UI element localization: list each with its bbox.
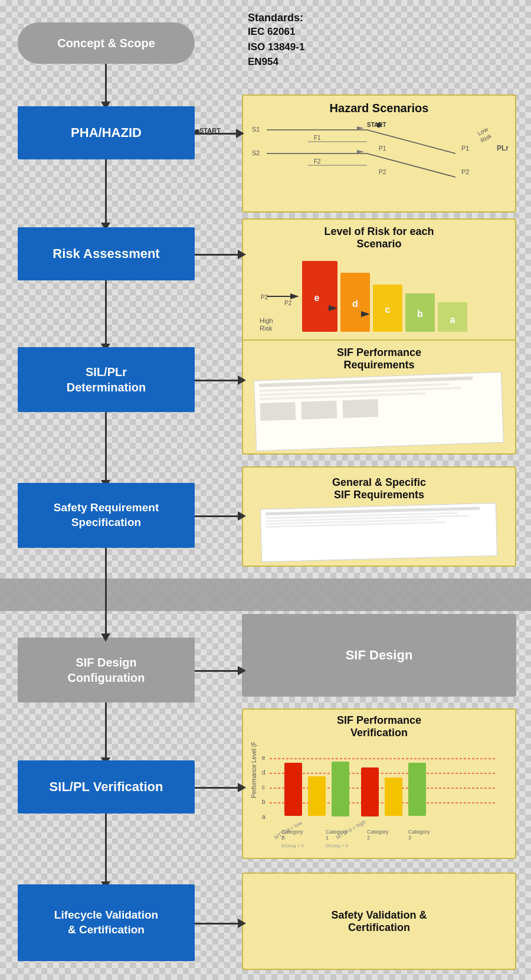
svg-text:P1: P1	[379, 145, 386, 152]
arrow-pha-hazard-head	[236, 129, 244, 138]
connector-concept-pha	[105, 64, 107, 103]
svg-text:S1: S1	[252, 126, 260, 133]
connector-pha-risk	[105, 159, 107, 224]
svg-text:e: e	[314, 293, 320, 303]
arrow-sifconfig-sifdesign-line	[195, 670, 241, 672]
svg-text:e: e	[262, 754, 266, 761]
svg-text:DCavg = 0: DCavg = 0	[281, 843, 304, 848]
sif-design-panel: SIF Design	[242, 614, 516, 697]
svg-text:Category: Category	[281, 829, 303, 835]
connector-risk-sil	[105, 280, 107, 345]
doc-sheet-1	[254, 372, 504, 452]
connector-sifdesign-silpl	[105, 703, 107, 759]
risk-assessment-box: Risk Assessment	[18, 227, 195, 280]
svg-text:P2: P2	[261, 294, 268, 300]
standards-iec: IEC 62061	[248, 24, 401, 40]
risk-level-panel: Level of Risk for eachScenario e d c b a…	[242, 218, 516, 345]
sil-plr-label: SIL/PLrDetermination	[67, 364, 146, 395]
svg-rect-50	[308, 776, 326, 816]
risk-matrix-diagram: e d c b a High Risk P2 P2	[255, 255, 503, 338]
svg-text:d: d	[352, 299, 358, 309]
sif-design-config-label: SIF DesignConfiguration	[67, 655, 145, 685]
svg-rect-53	[385, 778, 402, 816]
standards-title: Standards:	[248, 12, 401, 24]
sif-req-doc	[260, 503, 497, 562]
sif-perf-req-panel: SIF PerformanceRequirements	[242, 339, 516, 455]
svg-rect-52	[361, 767, 379, 816]
svg-text:d: d	[262, 769, 266, 776]
svg-text:S2: S2	[252, 149, 260, 156]
srs-box: Safety RequirementSpecification	[18, 483, 195, 548]
arrow-sil-sifperf-head	[238, 375, 246, 385]
arrow-srs-sifdesign	[101, 633, 110, 642]
arrow-silpl-sifperfverif-line	[195, 787, 241, 789]
standards-iso: ISO 13849-1	[248, 40, 401, 55]
lifecycle-box: Lifecycle Validation& Certification	[18, 884, 195, 961]
connector-sil-srs	[105, 412, 107, 482]
svg-text:High: High	[260, 317, 273, 324]
svg-text:Category: Category	[326, 829, 348, 835]
svg-text:F2: F2	[314, 158, 321, 165]
sif-perf-verif-panel: SIF PerformanceVerification Performance …	[242, 708, 516, 859]
svg-rect-21	[302, 261, 337, 332]
concept-scope-label: Concept & Scope	[57, 37, 155, 50]
standards-en: EN954	[248, 54, 401, 70]
svg-rect-51	[332, 762, 349, 816]
arrow-risk-level-line	[195, 254, 241, 256]
hazard-scenarios-title: Hazard Scenarios	[243, 102, 515, 115]
sif-perf-req-title: SIF PerformanceRequirements	[243, 347, 515, 371]
svg-text:P2: P2	[379, 169, 386, 175]
svg-text:b: b	[262, 799, 266, 805]
svg-text:2: 2	[367, 835, 370, 841]
svg-rect-49	[284, 763, 302, 816]
sif-perf-verif-title: SIF PerformanceVerification	[243, 714, 515, 739]
svg-marker-15	[357, 150, 364, 153]
svg-marker-14	[357, 126, 364, 130]
svg-text:P1: P1	[461, 145, 469, 152]
sil-pl-verif-label: SIL/PL Verification	[50, 779, 163, 796]
arrow-lifecycle-safetyvalid-line	[195, 923, 241, 925]
sif-design-config-box: SIF DesignConfiguration	[18, 638, 195, 703]
svg-marker-31	[290, 293, 299, 299]
arrow-sil-sifperf-line	[195, 380, 241, 381]
srs-label: Safety RequirementSpecification	[54, 501, 159, 530]
svg-text:b: b	[417, 309, 423, 319]
general-sif-req-panel: General & SpecificSIF Requirements	[242, 466, 516, 567]
perf-verif-chart: Performance Level (PL) e d c b a MTTFd =…	[249, 742, 509, 851]
lifecycle-label: Lifecycle Validation& Certification	[54, 908, 158, 937]
svg-text:1: 1	[326, 835, 329, 841]
svg-text:P2: P2	[461, 168, 469, 175]
connector-silpl-lifecycle	[105, 814, 107, 883]
pha-hazid-box: PHA/HAZID	[18, 106, 195, 159]
gray-separator-band	[0, 579, 531, 611]
page-container: Standards: IEC 62061 ISO 13849-1 EN954 C…	[0, 0, 531, 980]
concept-scope-pill: Concept & Scope	[18, 22, 195, 64]
arrow-sifconfig-sifdesign-head	[238, 666, 246, 675]
svg-text:P2: P2	[284, 300, 292, 306]
start-dot	[195, 129, 199, 134]
svg-text:a: a	[450, 315, 455, 325]
start-label: START	[199, 127, 221, 134]
hazard-scenarios-diagram: S1 S2 F1 F2 P1 P2 P1 P2 Low Risk PLr STA…	[249, 118, 509, 204]
arrow-srs-gensif-head	[238, 511, 246, 521]
connector-srs-sifdesign	[105, 548, 107, 635]
arrow-srs-gensif-line	[195, 515, 241, 517]
svg-text:3: 3	[408, 835, 411, 841]
svg-text:Performance Level (PL): Performance Level (PL)	[251, 742, 257, 798]
sil-plr-box: SIL/PLrDetermination	[18, 347, 195, 412]
svg-text:F1: F1	[314, 135, 321, 141]
svg-text:Category: Category	[408, 829, 430, 835]
svg-point-20	[376, 123, 381, 128]
risk-level-title: Level of Risk for eachScenario	[243, 226, 515, 250]
hazard-scenarios-panel: Hazard Scenarios S1 S2 F1 F2 P1 P2 P1 P2…	[242, 94, 516, 213]
risk-assessment-label: Risk Assessment	[53, 246, 159, 263]
svg-text:Category: Category	[367, 829, 389, 835]
svg-text:Risk: Risk	[260, 325, 273, 332]
general-sif-req-title: General & SpecificSIF Requirements	[243, 476, 515, 501]
svg-text:c: c	[385, 305, 391, 315]
svg-text:DCavg = 0: DCavg = 0	[326, 843, 349, 848]
svg-text:PLr: PLr	[497, 144, 509, 152]
arrow-lifecycle-safetyvalid-head	[238, 919, 246, 928]
pha-hazid-label: PHA/HAZID	[71, 125, 142, 142]
arrow-silpl-sifperfverif-head	[238, 783, 246, 792]
